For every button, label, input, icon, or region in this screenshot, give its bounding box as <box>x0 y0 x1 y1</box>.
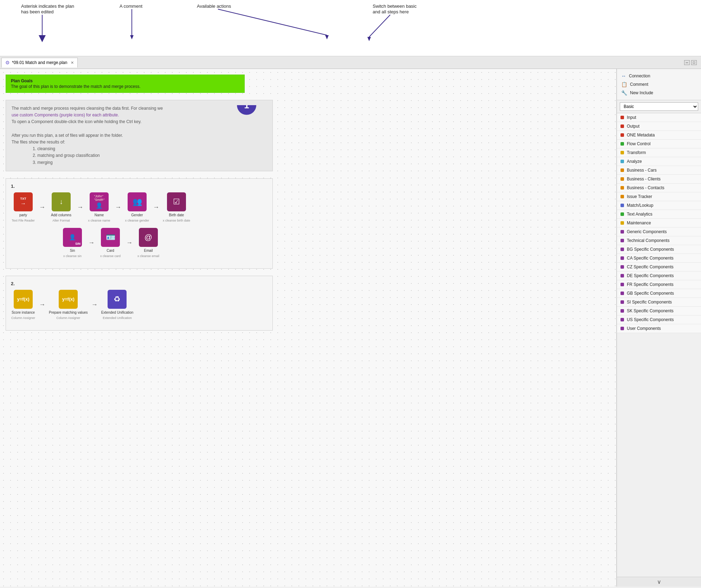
svg-text:has been edited: has been edited <box>21 9 54 14</box>
component-item-21[interactable]: SI Specific Components <box>617 298 701 307</box>
component-item-14[interactable]: Technical Components <box>617 236 701 245</box>
comp-label-7: Business - Clients <box>627 177 661 181</box>
list-item-2: 2. matching and group classification <box>33 152 267 159</box>
comp-dot-10 <box>620 204 624 207</box>
component-item-9[interactable]: Issue Tracker <box>617 192 701 201</box>
party-icon: TXT → <box>14 192 33 211</box>
comp-label-13: Generic Components <box>627 229 667 234</box>
component-item-20[interactable]: GB Specific Components <box>617 289 701 298</box>
node-email: @ Email x cleanse email <box>136 228 161 258</box>
sin-sublabel: x cleanse sin <box>63 254 82 258</box>
component-item-13[interactable]: Generic Components <box>617 228 701 236</box>
comp-dot-2 <box>620 133 624 137</box>
comment-line2: use custom Components (purple icons) for… <box>12 112 267 119</box>
component-item-8[interactable]: Business - Contacts <box>617 184 701 192</box>
comp-dot-4 <box>620 151 624 154</box>
name-sublabel: x cleanse name <box>88 219 110 222</box>
gender-label: Gender <box>131 213 143 217</box>
component-item-19[interactable]: FR Specific Components <box>617 280 701 289</box>
arrow-8 <box>91 301 98 308</box>
arrow-4 <box>153 204 159 211</box>
card-sublabel: x cleanse card <box>100 254 121 258</box>
prepare-icon: y=f(x) <box>59 290 78 309</box>
arrow-7 <box>39 301 45 308</box>
birthdate-icon: ☑ <box>167 192 186 211</box>
add-columns-icon: ↓ <box>52 192 71 211</box>
component-item-18[interactable]: DE Specific Components <box>617 271 701 280</box>
right-panel: ↔ Connection 📋 Comment 🔧 New Include Bas… <box>617 69 701 587</box>
component-item-10[interactable]: Match/Lookup <box>617 201 701 210</box>
comment-box: 1 The match and merge process requires c… <box>6 100 273 171</box>
section2-label: 2. <box>11 281 268 286</box>
comp-label-19: FR Specific Components <box>627 282 674 287</box>
maximize-button[interactable]: □ <box>691 60 697 65</box>
comp-dot-16 <box>620 256 624 260</box>
node-add-columns: ↓ Add columns Alter Format <box>49 192 73 222</box>
minimize-button[interactable]: ─ <box>684 60 690 65</box>
unification-icon: ♻ <box>108 290 127 309</box>
list-item-3: 3. merging <box>33 159 267 166</box>
component-item-16[interactable]: CA Specific Components <box>617 254 701 263</box>
component-item-17[interactable]: CZ Specific Components <box>617 263 701 271</box>
comp-label-10: Match/Lookup <box>627 203 653 208</box>
component-item-15[interactable]: BG Specific Components <box>617 245 701 254</box>
email-sublabel: x cleanse email <box>137 254 159 258</box>
component-item-2[interactable]: ONE Metadata <box>617 131 701 140</box>
component-item-24[interactable]: User Components <box>617 324 701 333</box>
include-label: New Include <box>630 90 653 95</box>
component-item-0[interactable]: Input <box>617 113 701 122</box>
node-card: 🪪 Card x cleanse card <box>98 228 123 258</box>
component-item-1[interactable]: Output <box>617 122 701 131</box>
comment-line1: The match and merge process requires cle… <box>12 105 267 112</box>
svg-text:A comment: A comment <box>120 4 142 9</box>
action-comment[interactable]: 📋 Comment <box>620 80 697 89</box>
arrow-2 <box>77 204 83 211</box>
tab-close-button[interactable]: ✕ <box>71 60 74 65</box>
comp-dot-7 <box>620 177 624 181</box>
section2-box: 2. y=f(x) Score instance Column Assigner… <box>6 276 273 331</box>
comp-dot-1 <box>620 124 624 128</box>
component-item-5[interactable]: Analyze <box>617 157 701 166</box>
component-item-23[interactable]: US Specific Components <box>617 315 701 324</box>
section1-label: 1. <box>11 184 268 189</box>
svg-marker-12 <box>367 37 371 41</box>
comp-dot-9 <box>620 195 624 198</box>
comp-label-5: Analyze <box>627 159 642 164</box>
connection-label: Connection <box>629 74 650 78</box>
component-item-12[interactable]: Maintenance <box>617 219 701 228</box>
comp-label-22: SK Specific Components <box>627 308 674 313</box>
svg-text:Available actions: Available actions <box>197 4 231 9</box>
component-item-7[interactable]: Business - Clients <box>617 175 701 184</box>
steps-dropdown[interactable]: Basic All Steps <box>620 102 698 111</box>
component-item-11[interactable]: Text Analytics <box>617 210 701 219</box>
flow-row-2: 👤 SIN Sin x cleanse sin 🪪 Card x cleanse… <box>60 228 268 258</box>
panel-scroll-down[interactable]: ∨ <box>617 577 701 587</box>
node-unification: ♻ Extended Unification Extended Unificat… <box>101 290 134 320</box>
comp-label-2: ONE Metadata <box>627 133 655 138</box>
comp-dot-14 <box>620 239 624 242</box>
comp-label-23: US Specific Components <box>627 317 674 322</box>
component-list: Input Output ONE Metadata Flow Control T… <box>617 113 701 577</box>
sin-icon: 👤 SIN <box>63 228 82 247</box>
canvas-area[interactable]: Plan Goals The goal of this plan is to d… <box>0 69 617 587</box>
comp-label-16: CA Specific Components <box>627 256 674 261</box>
component-item-22[interactable]: SK Specific Components <box>617 307 701 315</box>
tab-label: *09.01 Match and merge.plan <box>12 60 67 65</box>
comp-dot-15 <box>620 248 624 251</box>
comp-label-1: Output <box>627 124 639 129</box>
component-item-3[interactable]: Flow Control <box>617 140 701 148</box>
arrow-6 <box>126 239 133 247</box>
score-label: Score instance <box>12 310 35 315</box>
tab-icon: ⚙ <box>5 60 10 65</box>
comp-label-20: GB Specific Components <box>627 291 674 296</box>
main-layout: Plan Goals The goal of this plan is to d… <box>0 69 701 587</box>
action-connection[interactable]: ↔ Connection <box>620 72 697 80</box>
comp-label-9: Issue Tracker <box>627 194 652 199</box>
comment-icon: 📋 <box>621 82 627 87</box>
component-item-6[interactable]: Business - Cars <box>617 166 701 175</box>
comp-label-14: Technical Components <box>627 238 669 243</box>
action-new-include[interactable]: 🔧 New Include <box>620 89 697 97</box>
component-item-4[interactable]: Transform <box>617 148 701 157</box>
main-tab[interactable]: ⚙ *09.01 Match and merge.plan ✕ <box>1 58 78 68</box>
prepare-label: Prepare matching values <box>49 310 88 315</box>
